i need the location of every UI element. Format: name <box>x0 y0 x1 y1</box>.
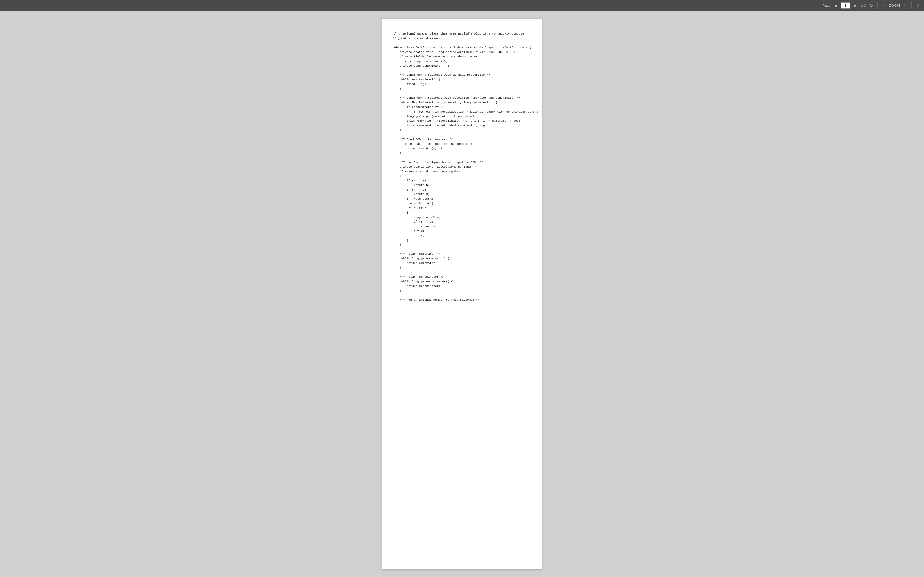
pdf-page: // A rational number class that uses Euc… <box>382 19 542 569</box>
zoom-out-button[interactable]: − <box>880 2 887 9</box>
page-number-input[interactable] <box>841 2 850 8</box>
zoom-in-button[interactable]: + <box>901 2 909 9</box>
page-label: Page <box>823 3 830 8</box>
refresh-button[interactable]: ↻ <box>867 2 875 9</box>
fullscreen-button[interactable]: ⤢ <box>914 2 921 9</box>
toolbar: Page ◀ ▶ of 3 ↻ − ZOOM + ⤢ <box>0 0 924 11</box>
separator-2 <box>911 2 912 8</box>
code-block: // A rational number class that uses Euc… <box>393 31 531 302</box>
zoom-label: ZOOM <box>889 3 900 8</box>
of-pages-label: of 3 <box>860 3 866 8</box>
main-content: // A rational number class that uses Euc… <box>0 11 924 577</box>
prev-page-button[interactable]: ◀ <box>832 2 839 9</box>
next-page-button[interactable]: ▶ <box>851 2 859 9</box>
